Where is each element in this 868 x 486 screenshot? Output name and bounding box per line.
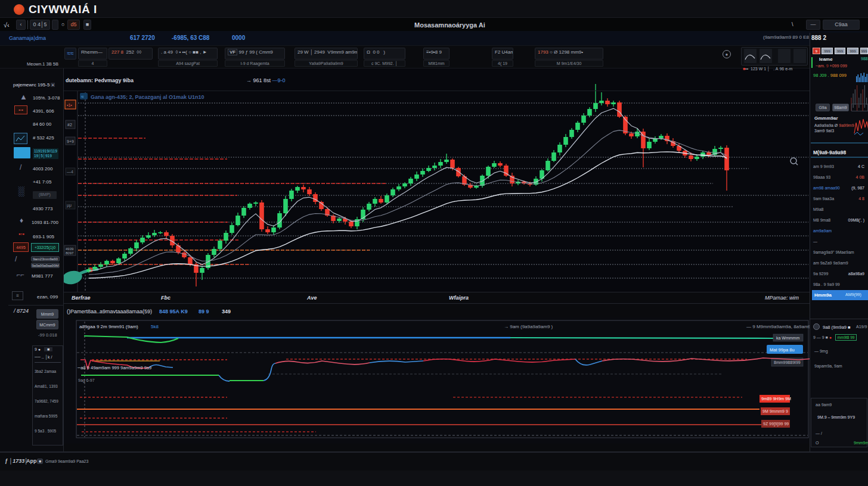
- svg-text:▪1▪: ▪1▪: [67, 103, 72, 107]
- svg-text:a89gaa 9 2m 9mm91 (9am): a89gaa 9 2m 9mm91 (9am): [79, 324, 138, 329]
- svg-text:→ 9am (9a9a9a9am9 ): → 9am (9a9a9a9am9 ): [504, 324, 553, 329]
- svg-text:9M 9mmm9 9: 9M 9mmm9 9: [762, 409, 788, 413]
- svg-text:9m89 9H9m 9M: 9m89 9H9m 9M: [761, 397, 791, 401]
- svg-text:— 9 M9mm9a9am9a, 8a9am9: — 9 M9mm9a9am9a, 8a9am9: [746, 324, 810, 329]
- svg-text:μμ: μμ: [67, 203, 72, 208]
- svg-text:─a8 9 49am9am 999 9am9a9m9 9a9: ─a8 9 49am9am 999 9am9a9m9 9a9: [77, 365, 151, 370]
- svg-text:Gana agn-435; 2, Pacazganj al: Gana agn-435; 2, Pacazganj al O1mak U1n1…: [91, 94, 204, 100]
- svg-text:Mat 99pa 8u: Mat 99pa 8u: [770, 347, 795, 353]
- svg-text:5k8: 5k8: [151, 324, 159, 329]
- svg-text:ka Wmmmm: ka Wmmmm: [776, 336, 799, 340]
- svg-text:4939: 4939: [66, 247, 74, 251]
- svg-text:#2: #2: [67, 123, 72, 127]
- svg-text:9ag 6-97: 9ag 6-97: [78, 378, 95, 383]
- svg-text:8mm99889I99: 8mm99889I99: [774, 360, 801, 364]
- svg-text:9Z 99[9]99 99: 9Z 99[9]99 99: [763, 422, 789, 426]
- svg-text:—4: —4: [67, 170, 73, 174]
- svg-text:8097: 8097: [66, 251, 74, 255]
- svg-text:≈: ≈: [81, 94, 84, 99]
- svg-text:9+9: 9+9: [67, 139, 74, 144]
